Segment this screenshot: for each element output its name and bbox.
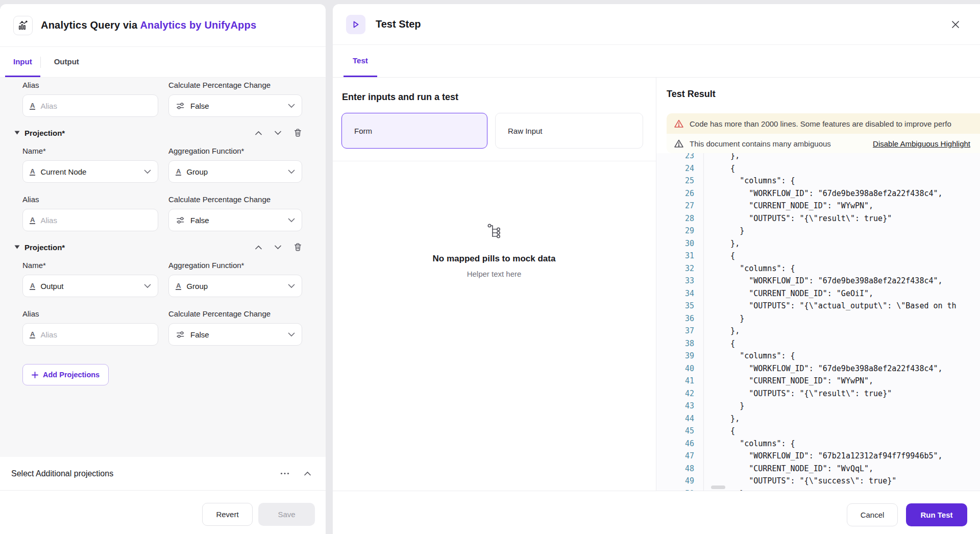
line-text: } <box>694 312 744 325</box>
line-number: 32 <box>656 262 694 275</box>
code-line: 44 }, <box>656 412 980 425</box>
empty-state-helper: Helper text here <box>333 270 655 278</box>
code-line: 35 "OUTPUTS": "{\"actual_output\": \"Bas… <box>656 300 980 312</box>
code-line: 23 }, <box>656 153 980 162</box>
calc-label: Calculate Percentage Change <box>168 308 278 320</box>
aggregation-field: Aggregation Function* A Group <box>168 145 302 183</box>
app-name-link[interactable]: Analytics by UnifyApps <box>140 19 256 31</box>
additional-projections-row[interactable]: Select Additional projections <box>0 457 326 491</box>
name-label: Name* <box>22 260 132 271</box>
code-line: 27 "CURRENT_NODE_ID": "WYwPN", <box>656 200 980 212</box>
line-number: 25 <box>656 175 694 187</box>
line-number: 46 <box>656 438 694 450</box>
tab-separator <box>40 57 41 68</box>
collapse-caret-icon[interactable] <box>14 245 20 249</box>
test-tabbar: Test <box>333 45 980 78</box>
chevron-down-icon <box>288 104 295 108</box>
empty-state: No mapped pills to mock data Helper text… <box>333 223 655 278</box>
delete-projection-button[interactable] <box>293 242 302 252</box>
alias-input[interactable]: A Alias <box>22 94 158 117</box>
chevron-down-icon <box>288 332 295 337</box>
line-text: "CURRENT_NODE_ID": "GeOiI", <box>694 287 873 300</box>
mapping-tree-icon <box>485 223 503 239</box>
name-select[interactable]: A Current Node <box>22 160 158 183</box>
revert-button[interactable]: Revert <box>202 503 253 526</box>
tab-test[interactable]: Test <box>344 45 377 77</box>
move-down-button[interactable] <box>274 131 282 135</box>
cancel-button[interactable]: Cancel <box>847 503 898 526</box>
code-line: 48 "CURRENT_NODE_ID": "WvQqL", <box>656 463 980 475</box>
calc-select[interactable]: False <box>168 323 302 346</box>
more-options-icon[interactable] <box>280 472 289 475</box>
step-config-header: Analytics Query via Analytics by UnifyAp… <box>0 4 326 47</box>
horizontal-scrollbar[interactable] <box>711 486 725 489</box>
input-pane-heading: Enter inputs and run a test <box>342 92 656 103</box>
line-text: "CURRENT_NODE_ID": "WYwPN", <box>694 200 873 212</box>
toggle-icon <box>176 215 185 225</box>
mode-form-button[interactable]: Form <box>341 113 487 149</box>
code-line: 28 "OUTPUTS": "{\"result\": true}" <box>656 212 980 225</box>
line-number: 42 <box>656 387 694 400</box>
collapse-section-icon[interactable] <box>304 471 311 476</box>
add-projections-button[interactable]: Add Projections <box>22 364 109 385</box>
collapse-caret-icon[interactable] <box>14 131 20 135</box>
name-select[interactable]: A Output <box>22 275 158 297</box>
calc-select[interactable]: False <box>168 209 302 231</box>
move-up-button[interactable] <box>255 131 262 135</box>
projection-title: Projection* <box>24 243 65 252</box>
move-down-button[interactable] <box>274 245 282 250</box>
text-format-icon: A <box>176 282 181 290</box>
code-line: 43 } <box>656 400 980 412</box>
page-title: Analytics Query via Analytics by UnifyAp… <box>41 19 256 31</box>
aggregation-value: Group <box>186 282 208 290</box>
move-up-button[interactable] <box>255 245 262 250</box>
line-number: 45 <box>656 425 694 438</box>
delete-projection-button[interactable] <box>293 128 302 137</box>
line-number: 26 <box>656 187 694 200</box>
aggregation-select[interactable]: A Group <box>168 160 302 183</box>
line-number: 29 <box>656 225 694 237</box>
line-number: 41 <box>656 375 694 387</box>
code-editor[interactable]: 23 },24 {25 "columns": {26 "WORKFLOW_ID"… <box>656 153 980 491</box>
code-line: 25 "columns": { <box>656 175 980 187</box>
field-row: Alias A Alias Calculate Percentage Chang… <box>22 308 313 346</box>
line-number: 36 <box>656 312 694 325</box>
close-icon[interactable] <box>948 17 963 32</box>
alias-input[interactable]: A Alias <box>22 209 158 231</box>
analytics-app-icon <box>13 16 33 35</box>
alias-input[interactable]: A Alias <box>22 323 158 346</box>
code-line: 41 "CURRENT_NODE_ID": "WYwPN", <box>656 375 980 387</box>
code-line: 26 "WORKFLOW_ID": "67de9be398a8ef2a22f43… <box>656 187 980 200</box>
code-line: 33 "WORKFLOW_ID": "67de9be398a8ef2a22f43… <box>656 275 980 287</box>
save-button[interactable]: Save <box>258 503 315 526</box>
line-text: "OUTPUTS": "{\"result\": true}" <box>694 387 892 400</box>
tab-output[interactable]: Output <box>46 47 87 77</box>
calc-select[interactable]: False <box>168 94 302 117</box>
line-text: "columns": { <box>694 175 795 187</box>
line-number: 48 <box>656 463 694 475</box>
warning-icon <box>674 119 684 129</box>
chevron-down-icon <box>288 169 295 174</box>
line-number: 44 <box>656 412 694 425</box>
alias-label: Alias <box>22 194 132 205</box>
calc-value: False <box>190 330 209 339</box>
run-test-button[interactable]: Run Test <box>906 503 967 526</box>
calc-field: Calculate Percentage Change False <box>168 194 302 231</box>
line-number: 50 <box>656 488 694 491</box>
chevron-down-icon <box>144 284 151 288</box>
line-text: "OUTPUTS": "{\"actual_output\": \"Based … <box>694 300 957 312</box>
code-line: 40 "WORKFLOW_ID": "67de9be398a8ef2a22f43… <box>656 362 980 375</box>
code-line: 49 "OUTPUTS": "{\"success\": true}" <box>656 475 980 488</box>
code-size-warning-text: Code has more than 2000 lines. Some feat… <box>690 119 951 128</box>
line-text: { <box>694 425 735 438</box>
code-line: 24 { <box>656 162 980 175</box>
plus-icon <box>32 372 38 378</box>
aggregation-select[interactable]: A Group <box>168 275 302 297</box>
tab-input[interactable]: Input <box>5 47 40 77</box>
disable-highlight-link[interactable]: Disable Ambiguous Highlight <box>873 139 970 148</box>
mode-raw-input-button[interactable]: Raw Input <box>495 113 643 149</box>
text-format-icon: A <box>30 216 35 224</box>
projection-header: Projection* <box>14 128 313 137</box>
left-tabbar: Input Output <box>0 47 326 78</box>
line-text: "WORKFLOW_ID": "67de9be398a8ef2a22f438c4… <box>694 362 943 375</box>
